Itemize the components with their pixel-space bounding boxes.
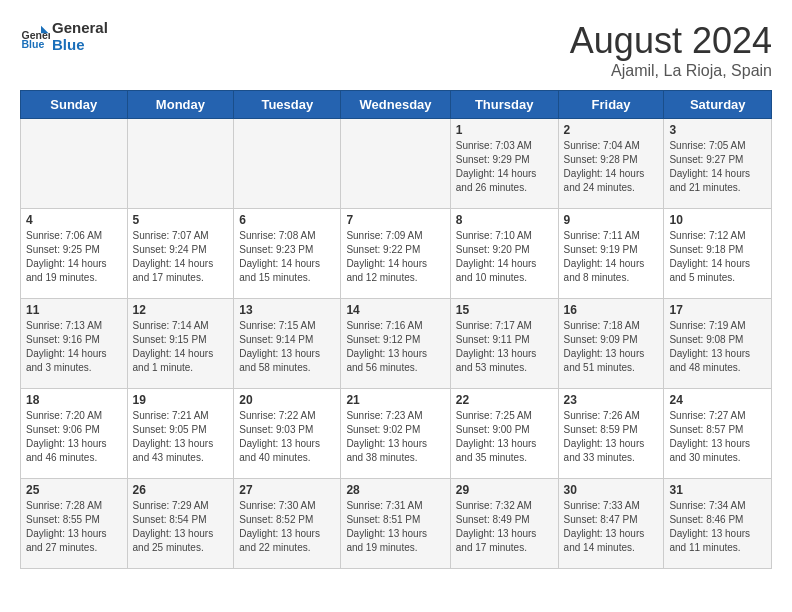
day-number: 11: [26, 303, 122, 317]
logo-blue: Blue: [52, 37, 108, 54]
calendar-cell: 7Sunrise: 7:09 AM Sunset: 9:22 PM Daylig…: [341, 209, 450, 299]
calendar-cell: 11Sunrise: 7:13 AM Sunset: 9:16 PM Dayli…: [21, 299, 128, 389]
day-number: 10: [669, 213, 766, 227]
day-number: 8: [456, 213, 553, 227]
day-info: Sunrise: 7:25 AM Sunset: 9:00 PM Dayligh…: [456, 409, 553, 465]
calendar-body: 1Sunrise: 7:03 AM Sunset: 9:29 PM Daylig…: [21, 119, 772, 569]
day-info: Sunrise: 7:30 AM Sunset: 8:52 PM Dayligh…: [239, 499, 335, 555]
day-info: Sunrise: 7:09 AM Sunset: 9:22 PM Dayligh…: [346, 229, 444, 285]
day-info: Sunrise: 7:31 AM Sunset: 8:51 PM Dayligh…: [346, 499, 444, 555]
calendar-cell: 6Sunrise: 7:08 AM Sunset: 9:23 PM Daylig…: [234, 209, 341, 299]
calendar-cell: 20Sunrise: 7:22 AM Sunset: 9:03 PM Dayli…: [234, 389, 341, 479]
day-number: 3: [669, 123, 766, 137]
day-number: 9: [564, 213, 659, 227]
day-number: 5: [133, 213, 229, 227]
day-number: 1: [456, 123, 553, 137]
logo: General Blue General Blue: [20, 20, 108, 53]
day-number: 16: [564, 303, 659, 317]
calendar-cell: 29Sunrise: 7:32 AM Sunset: 8:49 PM Dayli…: [450, 479, 558, 569]
weekday-header-tuesday: Tuesday: [234, 91, 341, 119]
day-info: Sunrise: 7:03 AM Sunset: 9:29 PM Dayligh…: [456, 139, 553, 195]
calendar-cell: 19Sunrise: 7:21 AM Sunset: 9:05 PM Dayli…: [127, 389, 234, 479]
calendar-cell: [341, 119, 450, 209]
week-row-4: 18Sunrise: 7:20 AM Sunset: 9:06 PM Dayli…: [21, 389, 772, 479]
weekday-row: SundayMondayTuesdayWednesdayThursdayFrid…: [21, 91, 772, 119]
day-number: 20: [239, 393, 335, 407]
day-info: Sunrise: 7:23 AM Sunset: 9:02 PM Dayligh…: [346, 409, 444, 465]
day-number: 29: [456, 483, 553, 497]
calendar-cell: 25Sunrise: 7:28 AM Sunset: 8:55 PM Dayli…: [21, 479, 128, 569]
day-info: Sunrise: 7:04 AM Sunset: 9:28 PM Dayligh…: [564, 139, 659, 195]
day-info: Sunrise: 7:10 AM Sunset: 9:20 PM Dayligh…: [456, 229, 553, 285]
calendar-cell: 3Sunrise: 7:05 AM Sunset: 9:27 PM Daylig…: [664, 119, 772, 209]
day-info: Sunrise: 7:32 AM Sunset: 8:49 PM Dayligh…: [456, 499, 553, 555]
calendar-cell: 18Sunrise: 7:20 AM Sunset: 9:06 PM Dayli…: [21, 389, 128, 479]
day-info: Sunrise: 7:27 AM Sunset: 8:57 PM Dayligh…: [669, 409, 766, 465]
day-number: 27: [239, 483, 335, 497]
day-number: 21: [346, 393, 444, 407]
day-number: 14: [346, 303, 444, 317]
day-info: Sunrise: 7:07 AM Sunset: 9:24 PM Dayligh…: [133, 229, 229, 285]
day-number: 15: [456, 303, 553, 317]
day-info: Sunrise: 7:14 AM Sunset: 9:15 PM Dayligh…: [133, 319, 229, 375]
calendar-cell: [234, 119, 341, 209]
day-info: Sunrise: 7:06 AM Sunset: 9:25 PM Dayligh…: [26, 229, 122, 285]
logo-icon: General Blue: [20, 22, 50, 52]
day-number: 19: [133, 393, 229, 407]
calendar-cell: 5Sunrise: 7:07 AM Sunset: 9:24 PM Daylig…: [127, 209, 234, 299]
title-block: August 2024 Ajamil, La Rioja, Spain: [570, 20, 772, 80]
day-info: Sunrise: 7:08 AM Sunset: 9:23 PM Dayligh…: [239, 229, 335, 285]
calendar-cell: [127, 119, 234, 209]
day-info: Sunrise: 7:20 AM Sunset: 9:06 PM Dayligh…: [26, 409, 122, 465]
day-number: 31: [669, 483, 766, 497]
day-number: 17: [669, 303, 766, 317]
calendar-cell: 16Sunrise: 7:18 AM Sunset: 9:09 PM Dayli…: [558, 299, 664, 389]
page-header: General Blue General Blue August 2024 Aj…: [20, 20, 772, 80]
day-number: 25: [26, 483, 122, 497]
calendar-header: SundayMondayTuesdayWednesdayThursdayFrid…: [21, 91, 772, 119]
calendar-cell: 8Sunrise: 7:10 AM Sunset: 9:20 PM Daylig…: [450, 209, 558, 299]
day-info: Sunrise: 7:29 AM Sunset: 8:54 PM Dayligh…: [133, 499, 229, 555]
calendar-cell: 13Sunrise: 7:15 AM Sunset: 9:14 PM Dayli…: [234, 299, 341, 389]
calendar-cell: 30Sunrise: 7:33 AM Sunset: 8:47 PM Dayli…: [558, 479, 664, 569]
day-number: 23: [564, 393, 659, 407]
calendar-cell: 4Sunrise: 7:06 AM Sunset: 9:25 PM Daylig…: [21, 209, 128, 299]
day-info: Sunrise: 7:12 AM Sunset: 9:18 PM Dayligh…: [669, 229, 766, 285]
day-info: Sunrise: 7:28 AM Sunset: 8:55 PM Dayligh…: [26, 499, 122, 555]
day-info: Sunrise: 7:19 AM Sunset: 9:08 PM Dayligh…: [669, 319, 766, 375]
calendar-cell: 24Sunrise: 7:27 AM Sunset: 8:57 PM Dayli…: [664, 389, 772, 479]
week-row-5: 25Sunrise: 7:28 AM Sunset: 8:55 PM Dayli…: [21, 479, 772, 569]
svg-text:Blue: Blue: [22, 38, 45, 50]
day-number: 22: [456, 393, 553, 407]
weekday-header-thursday: Thursday: [450, 91, 558, 119]
day-number: 13: [239, 303, 335, 317]
calendar-cell: 12Sunrise: 7:14 AM Sunset: 9:15 PM Dayli…: [127, 299, 234, 389]
calendar-cell: 2Sunrise: 7:04 AM Sunset: 9:28 PM Daylig…: [558, 119, 664, 209]
calendar-cell: 28Sunrise: 7:31 AM Sunset: 8:51 PM Dayli…: [341, 479, 450, 569]
calendar-cell: 15Sunrise: 7:17 AM Sunset: 9:11 PM Dayli…: [450, 299, 558, 389]
day-info: Sunrise: 7:13 AM Sunset: 9:16 PM Dayligh…: [26, 319, 122, 375]
day-number: 6: [239, 213, 335, 227]
weekday-header-friday: Friday: [558, 91, 664, 119]
calendar-cell: 21Sunrise: 7:23 AM Sunset: 9:02 PM Dayli…: [341, 389, 450, 479]
week-row-2: 4Sunrise: 7:06 AM Sunset: 9:25 PM Daylig…: [21, 209, 772, 299]
day-number: 4: [26, 213, 122, 227]
weekday-header-monday: Monday: [127, 91, 234, 119]
calendar-table: SundayMondayTuesdayWednesdayThursdayFrid…: [20, 90, 772, 569]
day-number: 26: [133, 483, 229, 497]
day-info: Sunrise: 7:18 AM Sunset: 9:09 PM Dayligh…: [564, 319, 659, 375]
day-info: Sunrise: 7:17 AM Sunset: 9:11 PM Dayligh…: [456, 319, 553, 375]
day-number: 18: [26, 393, 122, 407]
calendar-cell: 31Sunrise: 7:34 AM Sunset: 8:46 PM Dayli…: [664, 479, 772, 569]
month-year: August 2024: [570, 20, 772, 62]
calendar-cell: 14Sunrise: 7:16 AM Sunset: 9:12 PM Dayli…: [341, 299, 450, 389]
weekday-header-wednesday: Wednesday: [341, 91, 450, 119]
day-number: 2: [564, 123, 659, 137]
weekday-header-sunday: Sunday: [21, 91, 128, 119]
day-info: Sunrise: 7:11 AM Sunset: 9:19 PM Dayligh…: [564, 229, 659, 285]
day-number: 30: [564, 483, 659, 497]
week-row-1: 1Sunrise: 7:03 AM Sunset: 9:29 PM Daylig…: [21, 119, 772, 209]
calendar-cell: 9Sunrise: 7:11 AM Sunset: 9:19 PM Daylig…: [558, 209, 664, 299]
calendar-cell: 22Sunrise: 7:25 AM Sunset: 9:00 PM Dayli…: [450, 389, 558, 479]
logo-general: General: [52, 20, 108, 37]
